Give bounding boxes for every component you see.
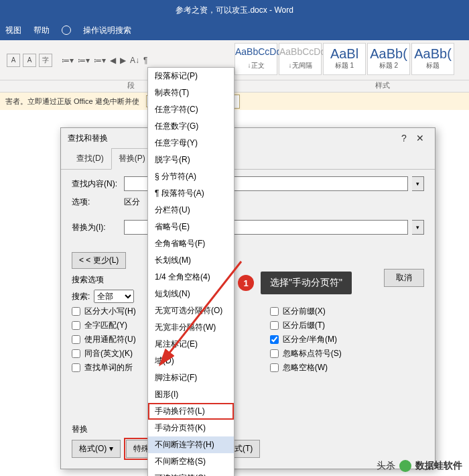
replace-section-label: 替换 bbox=[72, 424, 88, 435]
menu-item[interactable]: 短划线(N) bbox=[148, 286, 234, 302]
options-value: 区分 bbox=[124, 196, 140, 208]
menu-item[interactable]: 省略号(E) bbox=[148, 219, 234, 235]
close-icon[interactable]: ✕ bbox=[412, 133, 428, 143]
menu-item[interactable]: 任意字符(C) bbox=[148, 101, 234, 118]
menu-item[interactable]: 制表符(T) bbox=[148, 84, 234, 101]
search-direction-label: 搜索: bbox=[72, 291, 90, 302]
ribbon-font-group: A A 字 bbox=[3, 54, 52, 67]
section-paragraph: 段 bbox=[127, 80, 135, 91]
replace-with-label: 替换为(I): bbox=[72, 222, 120, 233]
menu-item[interactable]: 不间断空格(S) bbox=[148, 453, 234, 470]
menu-item[interactable]: 分栏符(U) bbox=[148, 202, 234, 219]
menu-item[interactable]: 任意数字(G) bbox=[148, 118, 234, 135]
menu-item[interactable]: 图形(I) bbox=[148, 386, 234, 403]
format-button[interactable]: 格式(O) ▾ bbox=[72, 440, 121, 458]
styles-gallery[interactable]: AaBbCcDc↓正文 AaBbCcDc↓无间隔 AaBl标题 1 AaBb(标… bbox=[234, 43, 454, 75]
opt-suffix[interactable] bbox=[270, 321, 279, 330]
menu-help[interactable]: 帮助 bbox=[34, 25, 50, 36]
less-button[interactable]: < < 更少(L) bbox=[72, 252, 126, 269]
sort-icon[interactable]: A↓ bbox=[130, 56, 139, 65]
bullets-icon[interactable]: ≔▾ bbox=[62, 56, 74, 65]
tell-me-search[interactable]: 操作说明搜索 bbox=[83, 25, 131, 36]
style-nospacing[interactable]: AaBbCcDc↓无间隔 bbox=[279, 43, 322, 75]
replace-with-dropdown[interactable]: ▾ bbox=[412, 220, 424, 235]
style-heading1[interactable]: AaBl标题 1 bbox=[323, 43, 366, 75]
menu-item[interactable]: 手动分页符(K) bbox=[148, 420, 234, 436]
cancel-button[interactable]: 取消 bbox=[384, 269, 424, 287]
title-bar: 参考之资，可以攻玉.docx - Word bbox=[0, 0, 469, 20]
activation-warning: 害者。立即通过正版 Office 避免中断并使 ffice 了解详细信息 bbox=[0, 93, 469, 110]
menu-bar: 视图 帮助 操作说明搜索 bbox=[0, 20, 469, 40]
menu-item[interactable]: 可选连字符(O) bbox=[148, 470, 234, 476]
opt-whole-word[interactable] bbox=[72, 321, 80, 330]
opt-match-case[interactable] bbox=[72, 307, 80, 316]
menu-item[interactable]: 无宽可选分隔符(O) bbox=[148, 302, 234, 319]
warning-text: 害者。立即通过正版 Office 避免中断并使 bbox=[5, 97, 139, 107]
menu-item[interactable]: 尾注标记(E) bbox=[148, 336, 234, 353]
special-format-menu: 段落标记(P)制表符(T)任意字符(C)任意数字(G)任意字母(Y)脱字号(R)… bbox=[147, 67, 234, 476]
opt-ignore-punct[interactable] bbox=[270, 349, 279, 358]
find-what-dropdown[interactable]: ▾ bbox=[412, 176, 424, 191]
opt-wildcards[interactable] bbox=[72, 335, 80, 344]
ribbon-paragraph-group: ≔▾ ≔▾ ≔▾ ◀ ▶ A↓ ¶ bbox=[62, 56, 147, 65]
doc-title: 参考之资，可以攻玉.docx - Word bbox=[176, 5, 293, 16]
lightbulb-icon bbox=[62, 25, 71, 35]
frog-icon bbox=[399, 460, 411, 472]
enclose-char-icon[interactable]: 字 bbox=[39, 54, 52, 67]
watermark: 头杀 数据蛙软件 bbox=[377, 460, 462, 472]
ribbon: A A 字 ≔▾ ≔▾ ≔▾ ◀ ▶ A↓ ¶ AaBbCcDc↓正文 AaBb… bbox=[0, 40, 469, 80]
style-heading2[interactable]: AaBb(标题 2 bbox=[367, 43, 410, 75]
numbering-icon[interactable]: ≔▾ bbox=[78, 56, 90, 65]
menu-item[interactable]: 手动换行符(L) bbox=[148, 403, 234, 420]
section-styles: 样式 bbox=[375, 80, 390, 91]
opt-ignore-space[interactable] bbox=[270, 363, 279, 372]
dialog-action-buttons: 取消 bbox=[384, 269, 424, 287]
indent-left-icon[interactable]: ◀ bbox=[110, 56, 116, 65]
indent-right-icon[interactable]: ▶ bbox=[120, 56, 126, 65]
help-icon[interactable]: ? bbox=[396, 133, 412, 143]
menu-item[interactable]: 段落标记(P) bbox=[148, 68, 234, 84]
menu-item[interactable]: 脱字号(R) bbox=[148, 152, 234, 168]
search-direction-select[interactable]: 全部 bbox=[94, 290, 134, 303]
opt-word-forms[interactable] bbox=[72, 363, 80, 372]
menu-item[interactable]: 全角省略号(F) bbox=[148, 235, 234, 252]
menu-item[interactable]: 不间断连字符(H) bbox=[148, 436, 234, 453]
tab-replace[interactable]: 替换(P) bbox=[111, 148, 153, 170]
annotation-text: 选择"手动分页符" bbox=[261, 272, 352, 294]
style-normal[interactable]: AaBbCcDc↓正文 bbox=[234, 43, 277, 75]
menu-item[interactable]: § 分节符(A) bbox=[148, 168, 234, 185]
char-border-icon[interactable]: A bbox=[23, 54, 36, 67]
dialog-titlebar: 查找和替换 ? ✕ bbox=[61, 128, 435, 148]
ribbon-section-labels: 段 样式 bbox=[0, 80, 469, 93]
menu-view[interactable]: 视图 bbox=[5, 25, 21, 36]
dialog-tabs: 查找(D) 替换(P) bbox=[61, 148, 435, 170]
show-marks-icon[interactable]: ¶ bbox=[143, 56, 147, 65]
opt-prefix[interactable] bbox=[270, 307, 279, 316]
find-replace-dialog: 查找和替换 ? ✕ 查找(D) 替换(P) 查找内容(N): ▾ 选项: 区分 … bbox=[60, 127, 436, 469]
menu-item[interactable]: ¶ 段落符号(A) bbox=[148, 185, 234, 202]
menu-item[interactable]: 无宽非分隔符(W) bbox=[148, 319, 234, 336]
find-what-label: 查找内容(N): bbox=[72, 178, 120, 190]
annotation-callout: 1 选择"手动分页符" bbox=[238, 272, 352, 294]
menu-item[interactable]: 脚注标记(F) bbox=[148, 369, 234, 386]
clear-format-icon[interactable]: A bbox=[7, 54, 20, 67]
annotation-number: 1 bbox=[238, 275, 254, 291]
menu-item[interactable]: 1/4 全角空格(4) bbox=[148, 269, 234, 286]
opt-fullhalf[interactable] bbox=[270, 335, 279, 344]
multilevel-icon[interactable]: ≔▾ bbox=[94, 56, 106, 65]
tab-find[interactable]: 查找(D) bbox=[69, 148, 111, 169]
right-options-col: 区分前缀(X) 区分后缀(T) 区分全/半角(M) 忽略标点符号(S) 忽略空格… bbox=[270, 306, 342, 376]
dialog-title: 查找和替换 bbox=[68, 133, 108, 144]
options-label: 选项: bbox=[72, 196, 120, 208]
menu-item[interactable]: 域(D) bbox=[148, 353, 234, 369]
menu-item[interactable]: 任意字母(Y) bbox=[148, 135, 234, 152]
left-options-col: 区分大小写(H) 全字匹配(Y) 使用通配符(U) 同音(英文)(K) 查找单词… bbox=[72, 306, 136, 376]
opt-sounds-like[interactable] bbox=[72, 349, 80, 358]
menu-item[interactable]: 长划线(M) bbox=[148, 252, 234, 269]
style-title[interactable]: AaBb(标题 bbox=[411, 43, 454, 75]
